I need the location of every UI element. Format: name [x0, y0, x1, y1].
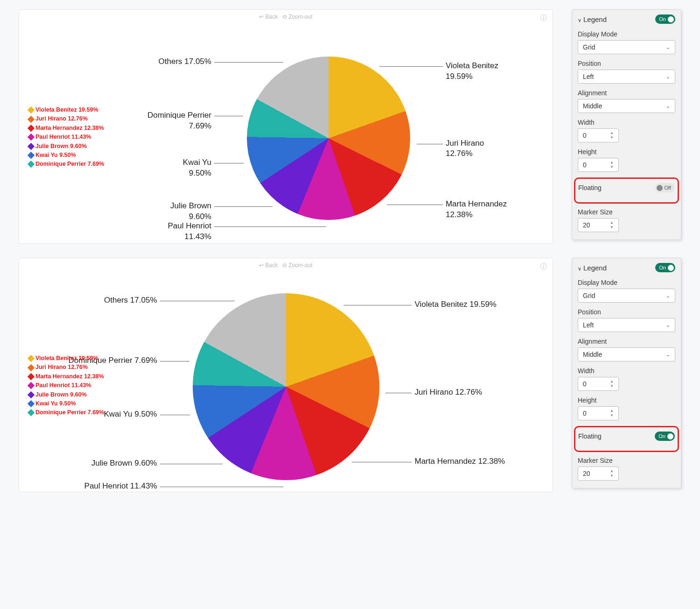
slice-label: Others 17.05% [159, 57, 211, 67]
slice-label: Violeta Benitez 19.59% [415, 299, 497, 310]
back-label: Back [265, 14, 278, 20]
slice-label: Others 17.05% [104, 295, 157, 306]
toggle-knob [668, 16, 674, 22]
legend-item[interactable]: Paul Henriot 11.43% [28, 381, 104, 390]
spin-down-icon[interactable]: ▼ [610, 226, 614, 229]
spin-up-icon[interactable]: ▲ [610, 161, 614, 164]
legend-item[interactable]: Violeta Benitez 19.59% [28, 354, 104, 363]
spin-down-icon[interactable]: ▼ [610, 384, 614, 388]
chevron-down-icon: ∨ [578, 266, 581, 271]
legend-item[interactable]: Julie Brown 9.60% [28, 390, 104, 399]
slice-label: Juri Hirano12.76% [446, 138, 484, 160]
slice-label: Paul Henriot11.43% [168, 221, 211, 242]
diamond-icon [28, 152, 35, 159]
marker-size-input[interactable]: 20▲▼ [578, 218, 619, 232]
panel-header[interactable]: ∨Legend On [578, 14, 675, 24]
spin-up-icon[interactable]: ▲ [610, 469, 614, 473]
legend-text: Kwai Yu 9.50% [35, 151, 76, 160]
legend-item[interactable]: Juri Hirano 12.76% [28, 363, 104, 372]
diamond-icon [28, 106, 35, 114]
width-input[interactable]: 0▲▼ [578, 377, 619, 391]
legend-toggle[interactable]: On [655, 263, 675, 272]
legend-item[interactable]: Dominique Perrier 7.69% [28, 160, 104, 169]
toggle-label: On [659, 16, 666, 22]
legend-item[interactable]: Kwai Yu 9.50% [28, 151, 104, 160]
toggle-knob [668, 265, 674, 271]
floating-highlight: Floating On [574, 426, 679, 452]
legend-item[interactable]: Juri Hirano 12.76% [28, 114, 104, 123]
legend-toggle[interactable]: On [655, 14, 675, 24]
select-value: Left [583, 73, 594, 80]
zoom-out-label: Zoom-out [288, 262, 312, 269]
diamond-icon [28, 355, 35, 362]
back-button[interactable]: ↩ Back [259, 14, 278, 20]
height-input[interactable]: 0▲▼ [578, 158, 619, 172]
floating-label: Floating [578, 184, 602, 191]
chevron-down-icon: ∨ [578, 17, 581, 23]
input-value: 20 [583, 221, 590, 229]
width-input[interactable]: 0▲▼ [578, 128, 619, 142]
spin-down-icon[interactable]: ▼ [610, 165, 614, 169]
input-value: 0 [583, 132, 587, 139]
display-mode-label: Display Mode [578, 30, 675, 38]
display-mode-select[interactable]: Grid⌄ [578, 40, 675, 54]
slice-label: Julie Brown9.60% [170, 201, 211, 222]
spin-down-icon[interactable]: ▼ [610, 474, 614, 478]
diamond-icon [28, 373, 35, 381]
slice-label: Paul Henriot 11.43% [84, 481, 157, 492]
select-value: Left [583, 321, 594, 329]
select-value: Grid [583, 43, 595, 51]
alignment-select[interactable]: Middle⌄ [578, 347, 675, 361]
legend-item[interactable]: Dominique Perrier 7.69% [28, 408, 104, 417]
legend-item[interactable]: Marta Hernandez 12.38% [28, 124, 104, 133]
marker-size-input[interactable]: 20▲▼ [578, 467, 619, 481]
diamond-icon [28, 134, 35, 141]
width-label: Width [578, 119, 675, 126]
legend-text: Paul Henriot 11.43% [35, 133, 91, 142]
floating-toggle[interactable]: Off [655, 183, 675, 192]
input-value: 0 [583, 161, 587, 169]
zoom-out-button[interactable]: ⊖ Zoom-out [282, 262, 312, 269]
height-input[interactable]: 0▲▼ [578, 406, 619, 420]
panel-header[interactable]: ∨Legend On [578, 263, 675, 272]
diamond-icon [28, 142, 35, 150]
pie-chart [193, 293, 379, 480]
alignment-label: Alignment [578, 89, 675, 97]
back-button[interactable]: ↩ Back [259, 262, 278, 269]
spin-up-icon[interactable]: ▲ [610, 409, 614, 413]
legend-item[interactable]: Violeta Benitez 19.59% [28, 106, 104, 114]
spin-up-icon[interactable]: ▲ [610, 380, 614, 383]
legend-text: Julie Brown 9.60% [35, 142, 87, 151]
input-value: 0 [583, 380, 587, 388]
spin-down-icon[interactable]: ▼ [610, 136, 614, 140]
chevron-down-icon: ⌄ [666, 352, 670, 358]
chart-toolbar: ↩ Back ⊖ Zoom-out [19, 262, 553, 269]
legend-item[interactable]: Marta Hernandez 12.38% [28, 372, 104, 381]
height-label: Height [578, 397, 675, 404]
input-value: 0 [583, 410, 587, 417]
chart-card: ↩ Back ⊖ Zoom-out i Violeta Benitez19.59… [19, 9, 553, 244]
legend-item[interactable]: Kwai Yu 9.50% [28, 399, 104, 408]
legend-item[interactable]: Julie Brown 9.60% [28, 142, 104, 151]
position-select[interactable]: Left⌄ [578, 318, 675, 332]
diamond-icon [28, 391, 35, 398]
floating-toggle[interactable]: On [655, 432, 675, 441]
spin-down-icon[interactable]: ▼ [610, 414, 614, 418]
spin-up-icon[interactable]: ▲ [610, 131, 614, 135]
legend-text: Marta Hernandez 12.38% [35, 372, 104, 381]
zoom-out-button[interactable]: ⊖ Zoom-out [282, 14, 312, 20]
alignment-select[interactable]: Middle⌄ [578, 99, 675, 113]
legend-item[interactable]: Paul Henriot 11.43% [28, 133, 104, 142]
spin-up-icon[interactable]: ▲ [610, 221, 614, 225]
chevron-down-icon: ⌄ [666, 293, 670, 299]
position-select[interactable]: Left⌄ [578, 70, 675, 84]
position-label: Position [578, 60, 675, 67]
diamond-icon [28, 161, 35, 168]
panel-title: Legend [583, 15, 607, 23]
legend-text: Kwai Yu 9.50% [35, 399, 76, 408]
legend-text: Violeta Benitez 19.59% [35, 354, 98, 363]
floating-highlight: Floating Off [574, 177, 679, 204]
slice-label: Marta Hernandez 12.38% [415, 456, 505, 467]
pie-chart [247, 57, 410, 220]
display-mode-select[interactable]: Grid⌄ [578, 289, 675, 303]
